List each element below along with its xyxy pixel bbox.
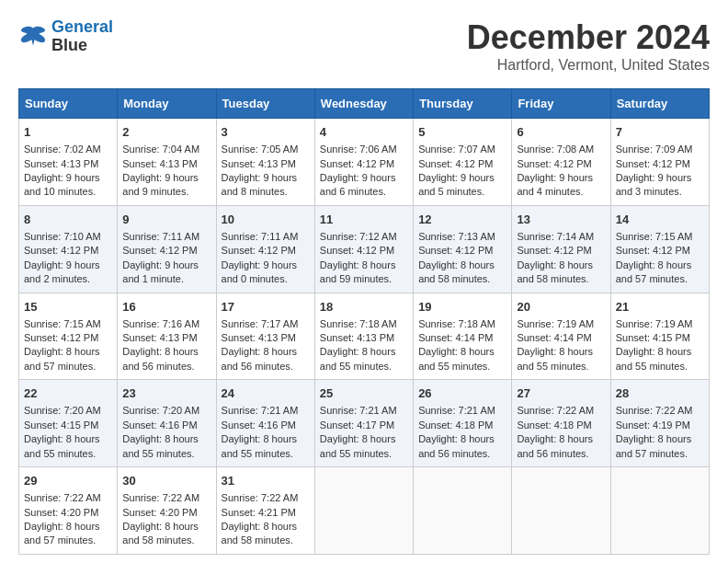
day-number: 1	[24, 124, 112, 141]
day-number: 26	[418, 385, 506, 402]
day-number: 27	[517, 385, 605, 402]
page-title: December 2024	[467, 18, 710, 57]
week-row-4: 22Sunrise: 7:20 AMSunset: 4:15 PMDayligh…	[19, 380, 710, 467]
day-cell: 7Sunrise: 7:09 AMSunset: 4:12 PMDaylight…	[610, 119, 709, 206]
day-cell: 14Sunrise: 7:15 AMSunset: 4:12 PMDayligh…	[610, 205, 709, 293]
week-row-1: 1Sunrise: 7:02 AMSunset: 4:13 PMDaylight…	[19, 119, 710, 206]
day-cell: 17Sunrise: 7:17 AMSunset: 4:13 PMDayligh…	[216, 293, 314, 380]
header-cell-saturday: Saturday	[610, 89, 709, 119]
header-cell-wednesday: Wednesday	[314, 89, 413, 119]
title-block: December 2024 Hartford, Vermont, United …	[467, 18, 710, 74]
day-number: 11	[320, 212, 408, 228]
day-cell: 30Sunrise: 7:22 AMSunset: 4:20 PMDayligh…	[118, 467, 216, 555]
day-number: 30	[122, 473, 210, 489]
day-number: 17	[222, 299, 310, 316]
day-cell	[414, 467, 512, 555]
day-number: 21	[616, 299, 704, 316]
day-cell: 19Sunrise: 7:18 AMSunset: 4:14 PMDayligh…	[414, 293, 512, 380]
day-cell: 1Sunrise: 7:02 AMSunset: 4:13 PMDaylight…	[19, 119, 118, 206]
page-header: General Blue December 2024 Hartford, Ver…	[18, 18, 710, 74]
day-number: 16	[122, 299, 210, 316]
day-number: 18	[320, 299, 408, 316]
day-cell: 13Sunrise: 7:14 AMSunset: 4:12 PMDayligh…	[512, 205, 610, 293]
header-cell-friday: Friday	[512, 89, 610, 119]
calendar-table: SundayMondayTuesdayWednesdayThursdayFrid…	[18, 88, 710, 555]
day-cell: 18Sunrise: 7:18 AMSunset: 4:13 PMDayligh…	[314, 293, 413, 380]
day-cell: 25Sunrise: 7:21 AMSunset: 4:17 PMDayligh…	[314, 380, 413, 467]
day-number: 23	[122, 385, 210, 402]
day-number: 15	[24, 299, 112, 316]
day-number: 19	[418, 299, 506, 316]
week-row-3: 15Sunrise: 7:15 AMSunset: 4:12 PMDayligh…	[19, 293, 710, 380]
day-cell: 15Sunrise: 7:15 AMSunset: 4:12 PMDayligh…	[19, 293, 118, 380]
day-number: 2	[122, 124, 210, 141]
day-number: 5	[418, 124, 506, 141]
day-number: 12	[418, 212, 506, 228]
header-cell-tuesday: Tuesday	[216, 89, 314, 119]
header-cell-thursday: Thursday	[414, 89, 512, 119]
day-cell: 20Sunrise: 7:19 AMSunset: 4:14 PMDayligh…	[512, 293, 610, 380]
day-number: 22	[24, 385, 112, 402]
day-number: 20	[517, 299, 605, 316]
day-number: 14	[616, 212, 704, 228]
day-number: 24	[222, 385, 310, 402]
day-cell: 10Sunrise: 7:11 AMSunset: 4:12 PMDayligh…	[216, 205, 314, 293]
day-cell: 6Sunrise: 7:08 AMSunset: 4:12 PMDaylight…	[512, 119, 610, 206]
day-number: 10	[222, 212, 310, 228]
day-cell: 4Sunrise: 7:06 AMSunset: 4:12 PMDaylight…	[314, 119, 413, 206]
day-cell: 5Sunrise: 7:07 AMSunset: 4:12 PMDaylight…	[414, 119, 512, 206]
day-cell: 12Sunrise: 7:13 AMSunset: 4:12 PMDayligh…	[414, 205, 512, 293]
header-row: SundayMondayTuesdayWednesdayThursdayFrid…	[19, 89, 710, 119]
day-number: 13	[517, 212, 605, 228]
day-number: 4	[320, 124, 408, 141]
day-cell: 31Sunrise: 7:22 AMSunset: 4:21 PMDayligh…	[216, 467, 314, 555]
day-number: 31	[222, 473, 310, 489]
day-cell	[610, 467, 709, 555]
day-cell: 24Sunrise: 7:21 AMSunset: 4:16 PMDayligh…	[216, 380, 314, 467]
day-cell: 21Sunrise: 7:19 AMSunset: 4:15 PMDayligh…	[610, 293, 709, 380]
day-cell	[314, 467, 413, 555]
day-cell: 22Sunrise: 7:20 AMSunset: 4:15 PMDayligh…	[19, 380, 118, 467]
day-number: 25	[320, 385, 408, 402]
day-cell: 27Sunrise: 7:22 AMSunset: 4:18 PMDayligh…	[512, 380, 610, 467]
day-number: 8	[24, 212, 112, 228]
day-cell: 11Sunrise: 7:12 AMSunset: 4:12 PMDayligh…	[314, 205, 413, 293]
day-number: 3	[222, 124, 310, 141]
day-number: 29	[24, 473, 112, 489]
day-cell: 26Sunrise: 7:21 AMSunset: 4:18 PMDayligh…	[414, 380, 512, 467]
day-number: 9	[122, 212, 210, 228]
week-row-2: 8Sunrise: 7:10 AMSunset: 4:12 PMDaylight…	[19, 205, 710, 293]
day-number: 7	[616, 124, 704, 141]
day-number: 6	[517, 124, 605, 141]
day-cell	[512, 467, 610, 555]
day-cell: 23Sunrise: 7:20 AMSunset: 4:16 PMDayligh…	[118, 380, 216, 467]
logo-text: General Blue	[51, 18, 113, 55]
day-cell: 16Sunrise: 7:16 AMSunset: 4:13 PMDayligh…	[118, 293, 216, 380]
page-subtitle: Hartford, Vermont, United States	[467, 57, 710, 74]
header-cell-monday: Monday	[118, 89, 216, 119]
day-number: 28	[616, 385, 704, 402]
day-cell: 28Sunrise: 7:22 AMSunset: 4:19 PMDayligh…	[610, 380, 709, 467]
week-row-5: 29Sunrise: 7:22 AMSunset: 4:20 PMDayligh…	[19, 467, 710, 555]
day-cell: 9Sunrise: 7:11 AMSunset: 4:12 PMDaylight…	[118, 205, 216, 293]
day-cell: 2Sunrise: 7:04 AMSunset: 4:13 PMDaylight…	[118, 119, 216, 206]
header-cell-sunday: Sunday	[19, 89, 118, 119]
day-cell: 3Sunrise: 7:05 AMSunset: 4:13 PMDaylight…	[216, 119, 314, 206]
logo-icon	[18, 22, 48, 52]
logo: General Blue	[18, 18, 113, 55]
day-cell: 29Sunrise: 7:22 AMSunset: 4:20 PMDayligh…	[19, 467, 118, 555]
day-cell: 8Sunrise: 7:10 AMSunset: 4:12 PMDaylight…	[19, 205, 118, 293]
